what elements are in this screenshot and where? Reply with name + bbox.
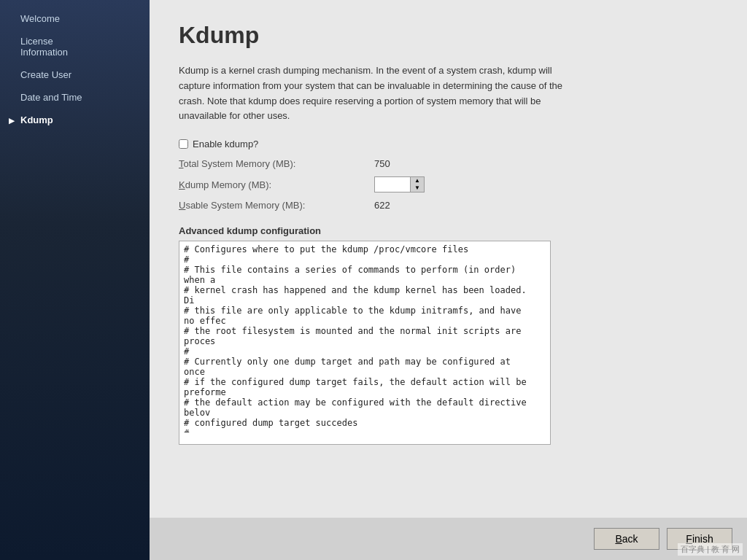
sidebar-item-welcome[interactable]: Welcome xyxy=(0,7,150,30)
enable-kdump-row: Enable kdump? xyxy=(179,139,718,149)
total-memory-label: Total System Memory (MB): xyxy=(179,158,368,169)
sidebar-item-label: Date and Time xyxy=(20,92,82,103)
content-area: Kdump Kdump is a kernel crash dumping me… xyxy=(150,0,747,518)
spinbox-down-button[interactable]: ▼ xyxy=(411,184,424,192)
sidebar-item-license-information[interactable]: LicenseInformation xyxy=(0,30,150,63)
spinbox-buttons: ▲ ▼ xyxy=(411,176,425,192)
sidebar-item-date-and-time[interactable]: Date and Time xyxy=(0,86,150,109)
advanced-section: Advanced kdump configuration xyxy=(179,225,718,445)
sidebar-item-create-user[interactable]: Create User xyxy=(0,63,150,86)
sidebar-item-kdump[interactable]: Kdump xyxy=(0,109,150,131)
kdump-memory-spinbox[interactable]: 128 ▲ ▼ xyxy=(374,176,425,192)
config-textarea[interactable] xyxy=(179,241,538,432)
sidebar-item-label: Create User xyxy=(20,69,71,80)
advanced-title: Advanced kdump configuration xyxy=(179,225,718,236)
config-textarea-container xyxy=(179,241,551,445)
sidebar-item-label: Welcome xyxy=(20,13,60,24)
sidebar-item-label: LicenseInformation xyxy=(20,36,68,58)
usable-memory-value: 622 xyxy=(374,200,390,211)
sidebar-item-label: Kdump xyxy=(20,114,53,125)
enable-kdump-text: Enable kdump? xyxy=(193,139,258,149)
bottom-bar: Back Finish xyxy=(150,518,747,560)
back-button[interactable]: Back xyxy=(594,528,659,550)
kdump-memory-row: Kdump Memory (MB): 128 ▲ ▼ xyxy=(179,176,718,192)
sidebar: Welcome LicenseInformation Create User D… xyxy=(0,0,150,560)
enable-kdump-label[interactable]: Enable kdump? xyxy=(179,139,258,149)
watermark: 百字典 | 教 育 网 xyxy=(678,543,743,556)
usable-memory-label: Usable System Memory (MB): xyxy=(179,200,368,211)
spinbox-up-button[interactable]: ▲ xyxy=(411,177,424,184)
total-memory-row: Total System Memory (MB): 750 xyxy=(179,158,718,169)
page-title: Kdump xyxy=(179,22,718,49)
usable-memory-row: Usable System Memory (MB): 622 xyxy=(179,200,718,211)
enable-kdump-checkbox[interactable] xyxy=(179,139,188,149)
kdump-memory-label: Kdump Memory (MB): xyxy=(179,179,368,190)
total-memory-value: 750 xyxy=(374,158,390,169)
description-text: Kdump is a kernel crash dumping mechanis… xyxy=(179,63,565,124)
kdump-memory-input[interactable]: 128 xyxy=(374,176,411,192)
